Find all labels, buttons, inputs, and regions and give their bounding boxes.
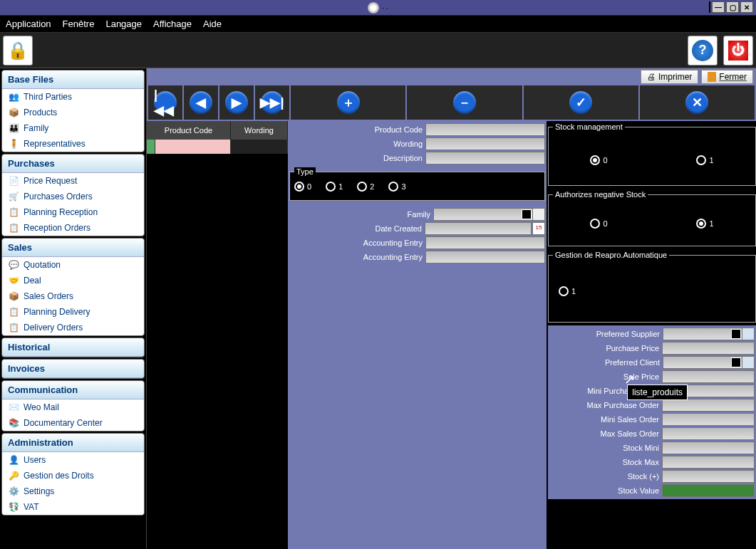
sidebar-head[interactable]: Communication [2,381,144,399]
sidebar-item[interactable]: 🧍Representatives [2,136,144,152]
sidebar-item[interactable]: 💱VAT [2,499,144,515]
col-wording[interactable]: Wording [231,121,288,140]
sidebar-item[interactable]: 🤝Deal [2,273,144,288]
nav-next[interactable]: ▶ [219,85,254,120]
calendar-button[interactable]: 15 [532,222,545,235]
radio-option[interactable]: 0 [294,182,311,192]
input-wording[interactable] [425,137,545,150]
radio-label: 1 [709,219,713,228]
radio-option[interactable]: 3 [388,182,405,192]
menu-langage[interactable]: Langage [105,19,142,29]
sidebar-item[interactable]: 🔑Gestion des Droits [2,468,144,483]
sidebar-item[interactable]: 💬Quotation [2,257,144,273]
close-form-button[interactable]: Fermer [701,70,753,84]
nav-prev[interactable]: ◀ [184,85,218,120]
sidebar-item[interactable]: 📋Planning Reception [2,204,144,220]
window-title: · · [382,4,388,12]
sidebar-item[interactable]: ⚙️Settings [2,483,144,499]
lock-button[interactable]: 🔒 [3,36,33,66]
radio-option[interactable]: 1 [326,182,343,192]
field-input[interactable] [662,441,755,454]
sidebar-item-label: Family [24,123,48,133]
nav-last[interactable]: ▶▶| [255,85,289,120]
radio-option[interactable]: 1 [696,155,713,165]
sidebar-item[interactable]: 📚Documentary Center [2,415,144,431]
input-accounting2[interactable] [425,251,545,263]
family-picker[interactable] [532,208,545,221]
field-input[interactable] [662,399,755,412]
field-input[interactable] [662,370,755,383]
sidebar-item-label: Purchases Orders [24,192,93,202]
field-row: Max Purchase Order [549,398,755,412]
input-family[interactable] [433,208,533,221]
x-icon: ✕ [685,91,708,114]
sidebar-head[interactable]: Base Files [2,70,144,89]
menu-affichage[interactable]: Affichage [153,19,192,29]
reappro-fieldset: Gestion de Reapro.Automatique 1 [548,251,756,323]
menu-aide[interactable]: Aide [203,19,222,29]
field-input[interactable] [662,456,755,469]
add-button[interactable]: ＋ [291,85,405,120]
cell-product-code[interactable] [155,140,231,154]
sidebar-item[interactable]: 📋Delivery Orders [2,320,144,335]
minimize-button[interactable]: — [712,1,725,13]
sidebar-item[interactable]: 👥Third Parties [2,89,144,105]
radio-option[interactable]: 1 [559,286,576,296]
sidebar-item[interactable]: 📋Planning Delivery [2,304,144,320]
sidebar-item[interactable]: 📦Products [2,105,144,120]
radio-option[interactable]: 0 [590,219,607,229]
sidebar-item[interactable]: 👤Users [2,452,144,468]
sidebar-head[interactable]: Historical [2,338,144,357]
remove-button[interactable]: － [407,85,522,120]
field-row: Stock Max [549,455,755,469]
field-input[interactable] [662,342,755,355]
label-description: Description [289,154,425,162]
col-product-code[interactable]: Product Code [147,121,231,140]
power-button[interactable]: ⏻ [723,36,753,66]
cursor-icon [626,372,635,385]
picker-button[interactable] [742,356,755,369]
radio-option[interactable]: 1 [696,219,713,229]
sidebar-head[interactable]: Invoices [2,360,144,378]
nav-first[interactable]: |◀◀ [148,85,182,120]
sidebar-item[interactable]: 🛒Purchases Orders [2,189,144,204]
input-description[interactable] [425,152,545,164]
sidebar-item[interactable]: 📄Price Request [2,173,144,189]
help-button[interactable]: ? [688,36,718,66]
sidebar-head[interactable]: Administration [2,434,144,452]
row-marker [147,140,155,154]
label-wording: Wording [289,140,425,148]
input-date-created[interactable] [425,222,532,235]
maximize-button[interactable]: ▢ [726,1,739,13]
field-input[interactable] [662,427,755,440]
menubar: Application Fenêtre Langage Affichage Ai… [0,16,756,33]
picker-button[interactable] [742,328,755,340]
input-accounting1[interactable] [425,236,545,249]
sidebar-item-icon: 👤 [8,454,19,466]
menu-application[interactable]: Application [6,19,51,29]
sidebar-item[interactable]: 📦Sales Orders [2,288,144,304]
sidebar-head[interactable]: Purchases [2,155,144,173]
close-button[interactable]: ✕ [740,1,753,13]
cell-wording[interactable] [231,140,288,154]
sidebar-item[interactable]: ✉️Weo Mail [2,399,144,415]
field-input[interactable] [662,470,755,483]
confirm-button[interactable]: ✓ [524,85,638,120]
radio-label: 1 [338,182,343,191]
radio-icon [696,219,706,229]
print-button[interactable]: 🖨 Imprimer [641,70,698,84]
cancel-button[interactable]: ✕ [640,85,755,120]
sidebar-head[interactable]: Sales [2,239,144,257]
input-product-code[interactable] [425,123,545,136]
grid-row[interactable] [147,140,288,154]
field-input[interactable] [662,484,755,497]
field-input[interactable] [662,413,755,426]
sidebar-item[interactable]: 📋Reception Orders [2,220,144,236]
sidebar-item-label: Weo Mail [24,402,59,412]
radio-option[interactable]: 0 [590,155,607,165]
sidebar-item[interactable]: 👪Family [2,120,144,136]
radio-option[interactable]: 2 [357,182,374,192]
neg-stock-fieldset: Authorizes negative Stock 01 [548,190,756,246]
toolbar: 🔒 ? ⏻ [0,33,756,68]
menu-fenetre[interactable]: Fenêtre [63,19,95,29]
